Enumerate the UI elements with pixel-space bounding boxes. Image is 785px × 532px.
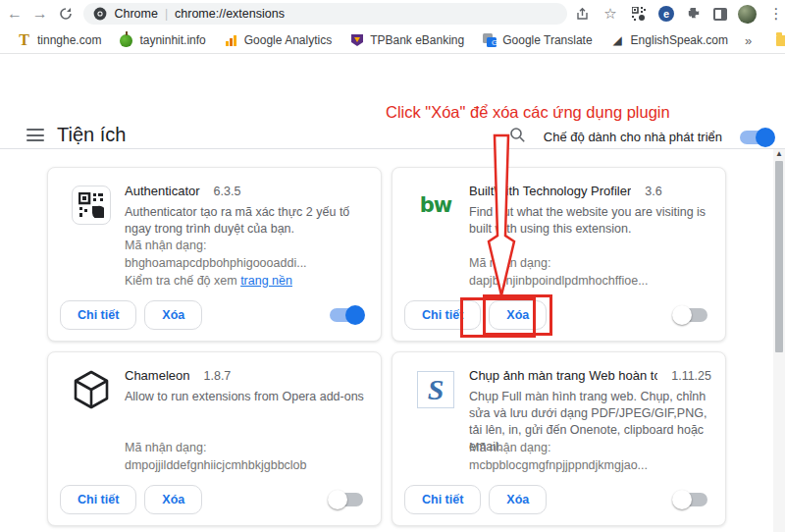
extension-meta: Mã nhận dạng: dmpojjilddefgnhiicjcmhbkjg…: [125, 439, 367, 474]
bookmark-label: Google Translate: [502, 33, 592, 47]
browser-toolbar: ← → Chrome | chrome://extensions ☆ e ⋮: [0, 0, 785, 27]
scrollbar-thumb[interactable]: [775, 161, 783, 352]
extension-id: dapjbgnjinbpoindlpdmhochffioe...: [469, 274, 649, 288]
folder-icon: [776, 33, 785, 48]
inspect-views-line: Kiểm tra chế độ xem trang nền: [125, 272, 367, 290]
extension-enable-toggle[interactable]: [330, 493, 363, 506]
extension-id: mcbpblocgmgfnpjjppndjkmgjao...: [469, 458, 648, 472]
qr-code-icon: [72, 186, 111, 225]
extension-card: bw BuiltWith Technology Profiler 3.6 Fin…: [392, 167, 726, 342]
extension-name: Chameleon: [125, 368, 190, 383]
bookmark-label: EnglishSpeak.com: [631, 33, 728, 47]
qr-extension-icon[interactable]: [630, 5, 648, 23]
extension-id-label: Mã nhận dạng:: [125, 441, 206, 454]
extension-enable-toggle[interactable]: [674, 493, 707, 506]
extensions-header: Tiện ích Chế độ dành cho nhà phát triển …: [0, 54, 785, 149]
bookmark-label: tayninhit.info: [139, 33, 205, 47]
svg-text:G: G: [492, 38, 497, 47]
extension-id-label: Mã nhận dạng:: [125, 239, 206, 252]
translate-icon: G: [482, 33, 497, 48]
extension-name: Chụp ảnh màn trang Web hoàn toàn bằ...: [469, 368, 657, 383]
t-serif-icon: T: [17, 33, 31, 48]
apple-icon: [119, 33, 133, 48]
details-button[interactable]: Chi tiết: [60, 485, 136, 514]
reload-icon[interactable]: [55, 2, 77, 26]
other-bookmarks-folder[interactable]: Dấu trang khác: [767, 29, 785, 51]
extension-id-label: Mã nhận dạng:: [469, 441, 550, 454]
card-actions: Chi tiết Xóa: [404, 298, 713, 332]
bookmark-item[interactable]: tayninhit.info: [110, 29, 214, 51]
menu-hamburger-icon[interactable]: [26, 129, 44, 141]
side-panel-icon[interactable]: [713, 8, 727, 21]
address-bar[interactable]: Chrome | chrome://extensions: [83, 3, 567, 25]
extensions-list: Authenticator 6.3.5 Authenticator tạo ra…: [0, 149, 785, 532]
page-scrollbar[interactable]: ▲: [773, 149, 785, 532]
toolbar-actions: ☆ e ⋮: [573, 5, 785, 24]
extension-id: dmpojjilddefgnhiicjcmhbkjgbbclob: [125, 458, 307, 472]
profile-avatar[interactable]: [738, 5, 757, 24]
extensions-puzzle-icon[interactable]: [685, 5, 703, 23]
ie-tab-extension-icon[interactable]: e: [658, 6, 674, 22]
card-actions: Chi tiết Xóa: [60, 483, 369, 516]
bookmark-label: TPBank eBanking: [370, 33, 464, 47]
extension-description: Allow to run extensions from Opera add-o…: [125, 389, 367, 405]
remove-button[interactable]: Xóa: [144, 485, 202, 514]
search-icon[interactable]: [509, 127, 526, 147]
annotation-text: Click "Xóa" để xóa các ứng dụng plugin: [386, 103, 670, 122]
bookmarks-overflow-chevron[interactable]: »: [737, 33, 759, 48]
background-page-link[interactable]: trang nền: [240, 274, 292, 288]
extension-icon: S: [416, 370, 455, 409]
bookmark-item[interactable]: GGoogle Translate: [473, 29, 601, 51]
extension-icon: bw: [416, 186, 455, 225]
details-button[interactable]: Chi tiết: [404, 485, 481, 514]
bookmark-label: tinnghe.com: [37, 33, 101, 47]
extension-enable-toggle[interactable]: [330, 308, 363, 322]
scrollbar-up-arrow[interactable]: ▲: [775, 150, 783, 158]
extension-meta: Mã nhận dạng: mcbpblocgmgfnpjjppndjkmgja…: [469, 439, 711, 474]
address-url[interactable]: chrome://extensions: [175, 7, 285, 21]
extension-icon: [72, 186, 111, 225]
tpbank-shield-icon: [349, 33, 364, 48]
remove-button[interactable]: Xóa: [144, 300, 202, 330]
address-separator: |: [165, 7, 168, 21]
remove-button[interactable]: Xóa: [489, 300, 547, 330]
bookmark-item[interactable]: Google Analytics: [215, 29, 340, 51]
extension-meta: Mã nhận dạng: bhghoamapcdpbohphigoooaddi…: [125, 237, 367, 290]
page-title: Tiện ích: [57, 124, 126, 146]
extension-version: 1.11.25: [671, 369, 711, 383]
extension-version: 3.6: [645, 185, 661, 198]
details-button[interactable]: Chi tiết: [60, 300, 136, 330]
remove-button[interactable]: Xóa: [489, 485, 547, 514]
extension-icon: [72, 370, 111, 409]
analytics-bars-icon: [224, 33, 238, 48]
bookmark-star-icon[interactable]: ☆: [602, 5, 619, 23]
menu-dots-icon[interactable]: ⋮: [767, 5, 785, 23]
cube-icon: [73, 370, 110, 409]
speak-triangle-icon: ◢: [610, 33, 625, 48]
extension-card: Authenticator 6.3.5 Authenticator tạo ra…: [47, 167, 382, 342]
extension-version: 1.8.7: [204, 369, 232, 383]
chrome-logo-icon: [93, 7, 107, 21]
back-icon[interactable]: ←: [4, 2, 26, 26]
card-actions: Chi tiết Xóa: [404, 483, 713, 516]
card-actions: Chi tiết Xóa: [60, 298, 369, 332]
bookmark-item[interactable]: Ttinnghe.com: [8, 29, 110, 51]
bookmark-item[interactable]: TPBank eBanking: [340, 29, 473, 51]
bookmark-item[interactable]: ◢EnglishSpeak.com: [602, 29, 737, 51]
extension-card: S Chụp ảnh màn trang Web hoàn toàn bằ...…: [392, 351, 726, 526]
extension-name: BuiltWith Technology Profiler: [469, 184, 631, 198]
forward-icon[interactable]: →: [29, 2, 51, 26]
bookmark-label: Google Analytics: [244, 33, 332, 47]
extension-meta: Mã nhận dạng: dapjbgnjinbpoindlpdmhochff…: [469, 254, 711, 290]
extension-id-label: Mã nhận dạng:: [469, 256, 550, 270]
extension-enable-toggle[interactable]: [674, 308, 707, 322]
extension-description: Authenticator tạo ra mã xác thực 2 yếu t…: [125, 204, 367, 238]
developer-mode-control: Chế độ dành cho nhà phát triển: [509, 127, 773, 147]
extension-name: Authenticator: [125, 184, 200, 198]
extension-description: Find out what the website you are visiti…: [469, 204, 711, 238]
developer-mode-toggle[interactable]: [740, 131, 773, 144]
screenshot-logo-icon: S: [417, 371, 454, 408]
builtwith-logo-icon: bw: [420, 193, 451, 217]
share-icon[interactable]: [573, 5, 591, 23]
details-button[interactable]: Chi tiết: [404, 300, 481, 330]
